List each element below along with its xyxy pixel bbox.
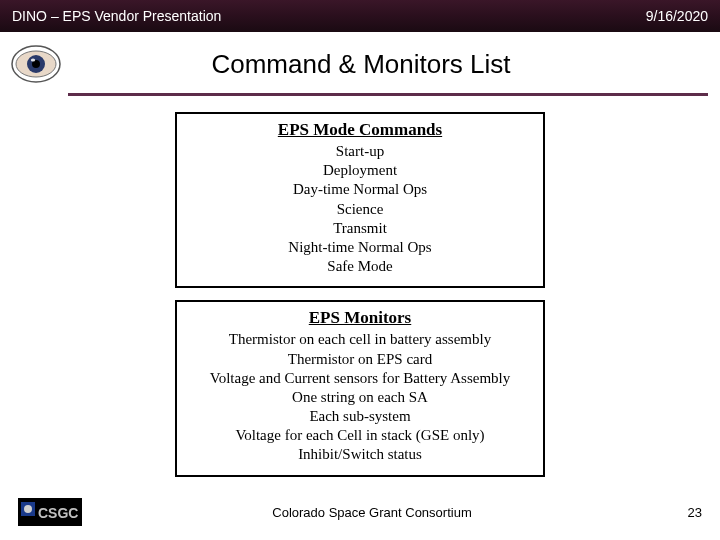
monitor-item: Inhibit/Switch status: [185, 445, 535, 464]
content-area: EPS Mode Commands Start-up Deployment Da…: [0, 96, 720, 489]
monitor-item: Voltage and Current sensors for Battery …: [185, 369, 535, 388]
command-item: Transmit: [185, 219, 535, 238]
title-row: Command & Monitors List: [0, 32, 720, 96]
monitors-box: EPS Monitors Thermistor on each cell in …: [175, 300, 545, 476]
command-item: Start-up: [185, 142, 535, 161]
eye-logo-icon: [10, 43, 62, 85]
command-item: Science: [185, 200, 535, 219]
command-item: Deployment: [185, 161, 535, 180]
monitors-box-title: EPS Monitors: [185, 308, 535, 328]
header-bar: DINO – EPS Vendor Presentation 9/16/2020: [0, 0, 720, 32]
presentation-date: 9/16/2020: [646, 8, 708, 24]
title-underline: [68, 93, 708, 96]
monitor-item: Voltage for each Cell in stack (GSE only…: [185, 426, 535, 445]
commands-box: EPS Mode Commands Start-up Deployment Da…: [175, 112, 545, 288]
commands-box-title: EPS Mode Commands: [185, 120, 535, 140]
svg-text:CSGC: CSGC: [38, 505, 78, 521]
page-number: 23: [662, 505, 702, 520]
monitor-item: Each sub-system: [185, 407, 535, 426]
command-item: Night-time Normal Ops: [185, 238, 535, 257]
svg-point-7: [24, 505, 32, 513]
command-item: Safe Mode: [185, 257, 535, 276]
svg-point-4: [31, 58, 35, 61]
presentation-title: DINO – EPS Vendor Presentation: [12, 8, 221, 24]
monitor-item: Thermistor on each cell in battery assem…: [185, 330, 535, 349]
slide-title: Command & Monitors List: [62, 49, 720, 80]
command-item: Day-time Normal Ops: [185, 180, 535, 199]
monitor-item: Thermistor on EPS card: [185, 350, 535, 369]
monitor-item: One string on each SA: [185, 388, 535, 407]
csgc-logo-icon: CSGC: [18, 498, 82, 526]
footer-text: Colorado Space Grant Consortium: [82, 505, 662, 520]
footer: CSGC Colorado Space Grant Consortium 23: [0, 498, 720, 526]
